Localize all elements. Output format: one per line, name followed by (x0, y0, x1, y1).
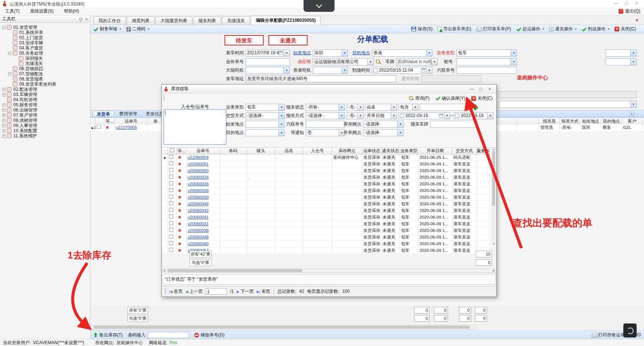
dialog-table-row[interactable]: ✖v20060052发货库存未通关包车2020-06-09 1...港车直送 (163, 247, 490, 254)
checkbox-icon[interactable] (169, 241, 173, 245)
checkbox-icon[interactable] (169, 188, 173, 192)
dialog-maximize-icon[interactable]: □ (476, 86, 485, 92)
f-stock-site-combo[interactable]: -请选择- (363, 121, 404, 128)
extra-combo-2[interactable] (606, 58, 637, 65)
toolbar-button-通关操作[interactable]: 通关操作▾ (549, 26, 576, 32)
sidebar-tree-item[interactable]: 04.客户退货 (0, 45, 90, 51)
tree-expander-icon[interactable]: + (2, 124, 6, 127)
screen-overlay-chevron-button[interactable] (304, 0, 335, 12)
partner-no-field[interactable] (246, 58, 290, 65)
checkbox-icon[interactable] (169, 181, 173, 185)
tab-item[interactable]: 报关列表 (193, 17, 221, 25)
f-op1-combo[interactable]: 包含 (398, 104, 418, 111)
departure-addr-field[interactable]: 东莞市东坑镇东坑大道南365号 (246, 75, 396, 82)
sidebar-tree-item[interactable]: 03.安排车辆 (0, 40, 90, 45)
order-link[interactable]: v20060036 (188, 182, 209, 186)
tab-item[interactable]: 调度列表 (127, 17, 155, 25)
sidebar-tree-item[interactable]: 无缝清关 (0, 61, 90, 66)
checkbox-icon[interactable] (400, 114, 404, 118)
f-business-type-combo[interactable]: 包车 (246, 104, 285, 111)
maximize-icon[interactable]: □ (621, 1, 631, 6)
tree-expander-icon[interactable]: + (2, 134, 6, 138)
delete-icon[interactable]: ✖ (178, 248, 181, 253)
sidebar-tree-item[interactable]: −05.关务处理 (0, 51, 90, 56)
order-link[interactable]: v20060051 (188, 162, 209, 166)
main-hscrollbar[interactable] (91, 325, 476, 329)
dialog-table-row[interactable]: ✖v20060041发货库存未通关包车2020-06-09 1...港车直送 (163, 214, 490, 221)
dialog-header-cell[interactable]: 通关状态 (381, 148, 400, 154)
tab-item[interactable]: 大陆退货列表 (155, 17, 192, 25)
scroll-left-icon[interactable]: ◀ (163, 269, 165, 272)
page-prev-button[interactable]: ◀ 上一页 (186, 288, 203, 295)
tab-item[interactable]: 我的工作台 (93, 17, 126, 25)
sum-all-button[interactable]: 所有"1"票 (127, 307, 148, 314)
checkbox-icon[interactable] (169, 208, 173, 212)
mainland-driver-field[interactable] (246, 67, 290, 74)
checkbox-icon[interactable] (373, 68, 377, 72)
dialog-table-row[interactable]: ✖v20060040发货库存未通关包车2020-06-09 1...港车直送 (163, 241, 490, 247)
dialog-title-bar[interactable]: 库存提取 —□× (162, 85, 496, 93)
main-hscroll-thumb[interactable] (93, 326, 470, 329)
page-first-button[interactable]: |◀ 首页 (169, 288, 183, 295)
container-no-field[interactable] (456, 58, 517, 65)
origin-field[interactable]: 深圳 (313, 49, 348, 56)
dialog-header-cell[interactable]: 入仓号 (303, 148, 332, 154)
checkbox-icon[interactable] (97, 125, 101, 129)
destination-field[interactable]: 香港 (372, 49, 432, 56)
close-icon[interactable]: × (631, 1, 642, 6)
checkbox-icon[interactable] (169, 248, 173, 252)
dialog-table-row[interactable]: ✖v20060042发货库存未通关包车2020-06-09 1...港车直送 (163, 208, 490, 214)
pin-icon[interactable] (79, 18, 82, 20)
hidden-row-combo[interactable] (499, 101, 637, 108)
plate-field[interactable]: [EditValue is null] (396, 58, 438, 65)
remove-order-button[interactable]: 移除单号(D) (194, 332, 225, 338)
extra-combo-1[interactable] (606, 49, 637, 56)
dialog-header-cell[interactable]: 唛头 (247, 148, 275, 154)
sidebar-tree-item[interactable]: +05.财务管理 (0, 102, 90, 107)
tree-expander-icon[interactable]: − (2, 26, 6, 29)
f-billing-site-combo[interactable]: -请选择- (363, 129, 404, 136)
page-last-button[interactable]: ▶| 末页 (257, 288, 270, 295)
tree-expander-icon[interactable]: + (2, 119, 6, 122)
toolbar-button-到达操作[interactable]: 到达操作▾ (582, 26, 609, 32)
sidebar-tree-item[interactable]: +09.人事管理 (0, 123, 90, 128)
sidebar-tree-item[interactable]: +10.系统配置 (0, 128, 90, 133)
sidebar-tree-item[interactable]: 02.上门提货 (0, 35, 90, 40)
tab-item[interactable]: 无缝清关 (222, 17, 250, 25)
delete-icon[interactable]: ✖ (178, 182, 181, 186)
page-next-button[interactable]: ▶ 下一页 (237, 288, 254, 295)
order-link[interactable]: v20060041 (188, 215, 209, 219)
f-value1-input[interactable] (420, 104, 470, 111)
dialog-header-cell[interactable]: 交货方式 (452, 148, 477, 154)
menu-help[interactable]: 帮助(H) (59, 8, 84, 14)
checkbox-icon[interactable] (169, 221, 173, 225)
toolbar-button-关闭[interactable]: ×关闭(C) (614, 26, 636, 32)
minimize-icon[interactable]: — (611, 1, 621, 6)
delete-icon[interactable]: ✖ (178, 228, 181, 233)
delete-icon[interactable]: ✖ (178, 202, 181, 206)
tree-expander-icon[interactable]: + (2, 129, 6, 133)
sidebar-tree-item[interactable]: +07.客户管理 (0, 113, 90, 118)
tree-expander-icon[interactable]: − (8, 52, 11, 55)
order-link[interactable]: v20060038 (188, 228, 209, 233)
delete-icon[interactable]: ✖ (106, 125, 109, 130)
delete-icon[interactable]: ✖ (178, 195, 181, 199)
dialog-table-row[interactable]: ✖v20060046发货库存未通关包车2020-06-09 1...港车直送 (163, 201, 490, 208)
sidebar-tree-item[interactable]: −01.发货管理 (0, 25, 90, 30)
six-union-no-field[interactable] (456, 67, 517, 74)
page-input[interactable]: 1 (206, 288, 227, 295)
dialog-header-cell[interactable]: 开单日期 (418, 148, 452, 154)
scroll-down-icon[interactable]: ∨ (223, 140, 225, 144)
dialog-vscroll-thumb[interactable] (492, 151, 495, 206)
sidebar-tree-item[interactable]: +03.车辆管理 (0, 92, 90, 97)
dialog-header-cell[interactable]: 库存网点 (332, 148, 362, 154)
sidebar-tree-item[interactable]: 深圳报关 (0, 56, 90, 61)
delete-icon[interactable]: ✖ (178, 222, 181, 226)
menu-tools[interactable]: 工具(T) (0, 8, 25, 14)
checkbox-icon[interactable] (169, 234, 173, 239)
f-cond1-combo[interactable]: -无- (347, 104, 364, 111)
f-field2-combo[interactable]: 开单日期 (365, 112, 397, 119)
tab-active[interactable]: 编辑分单配载(PZ2108020055) (251, 16, 321, 25)
toolbar-button-导出装车单[interactable]: 导出装车单(E) (438, 26, 471, 32)
checkbox-icon[interactable] (169, 215, 173, 219)
